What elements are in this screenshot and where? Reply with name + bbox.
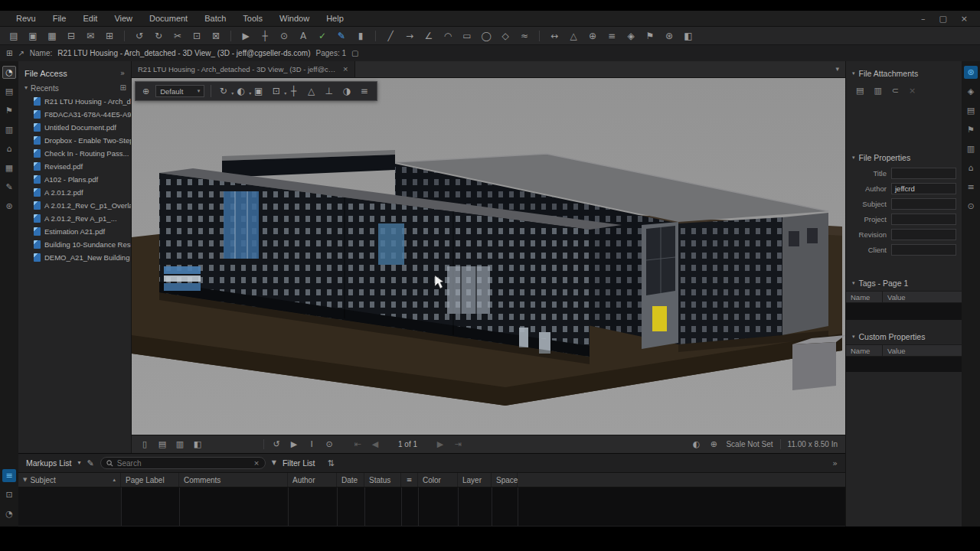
last-page-icon[interactable]: ⇥: [452, 440, 463, 448]
recent-file-item[interactable]: Untitled Document.pdf: [18, 121, 131, 134]
recent-file-item[interactable]: Building 10-Sundance Reso...: [18, 238, 131, 251]
menu-file[interactable]: File: [44, 11, 75, 26]
highlighter-icon[interactable]: ▮: [354, 31, 367, 41]
layers-icon[interactable]: ▥: [964, 142, 978, 155]
revision-field[interactable]: [891, 229, 956, 240]
menu-edit[interactable]: Edit: [74, 11, 106, 26]
project-field[interactable]: [891, 214, 956, 225]
recent-file-item[interactable]: A 2.01.2_Rev C_p1_Overlay ...: [18, 199, 131, 212]
column-header-options[interactable]: ≡: [401, 473, 418, 487]
save-file-icon[interactable]: ▦: [46, 31, 58, 41]
snapshot-icon[interactable]: ⊡: [191, 31, 203, 41]
clear-search-icon[interactable]: ×: [253, 460, 260, 467]
search-input[interactable]: [117, 459, 250, 468]
polygon-tool-icon[interactable]: ◇: [499, 31, 511, 41]
single-page-view-icon[interactable]: ▯: [139, 440, 150, 448]
recent-file-item[interactable]: A 2.01.2.pdf: [18, 186, 131, 199]
recents-grid-icon[interactable]: ⊞: [120, 84, 126, 92]
menu-view[interactable]: View: [106, 11, 141, 26]
search-icon[interactable]: ⊙: [964, 200, 978, 213]
column-header-page-label[interactable]: Page Label: [121, 473, 179, 487]
stamp-icon[interactable]: ◈: [625, 31, 637, 41]
spaces-icon[interactable]: ⌂: [2, 142, 16, 155]
title-field[interactable]: [891, 168, 956, 179]
column-header-color[interactable]: Color: [418, 473, 458, 487]
minimize-icon[interactable]: –: [921, 15, 926, 23]
pdf-3d-viewport[interactable]: ⊕ Default ▾ ↻ ◐ ▣ ⊡ ┼ △ ⊥ ◑ ≡: [132, 78, 845, 435]
file-attachments-header[interactable]: ▾ File Attachments: [846, 66, 962, 81]
cut-icon[interactable]: ✂: [172, 31, 184, 41]
custom-name-column[interactable]: Name: [846, 345, 883, 356]
markups-table-body[interactable]: [18, 487, 845, 526]
checkmark-icon[interactable]: ✓: [316, 31, 328, 41]
attachments-icon[interactable]: ◈: [964, 85, 978, 98]
side-by-side-view-icon[interactable]: ▥: [175, 440, 185, 448]
ellipse-tool-icon[interactable]: ◯: [480, 31, 492, 41]
markups-icon[interactable]: ≡: [964, 181, 978, 194]
menu-batch[interactable]: Batch: [196, 11, 234, 26]
3d-model-canvas[interactable]: [132, 78, 845, 435]
measure-3d-icon[interactable]: △: [305, 86, 317, 96]
rectangle-tool-icon[interactable]: ▭: [461, 31, 473, 41]
camera-icon[interactable]: ⊡: [270, 86, 282, 96]
restore-icon[interactable]: ▢: [939, 15, 946, 23]
collapse-panel-icon[interactable]: »: [832, 459, 838, 468]
filter-icon[interactable]: ▼: [272, 460, 276, 466]
arc-tool-icon[interactable]: ◠: [442, 31, 454, 41]
undo-icon[interactable]: ↺: [133, 31, 145, 41]
menu-revu[interactable]: Revu: [8, 11, 44, 26]
bookmarks-icon[interactable]: ⚑: [964, 123, 978, 136]
measure-length-icon[interactable]: ↔: [548, 31, 560, 41]
lighting-icon[interactable]: ◑: [341, 86, 352, 96]
new-tab-icon[interactable]: ⊞: [6, 50, 12, 57]
column-header-author[interactable]: Author: [288, 473, 337, 487]
split-view-icon[interactable]: ◧: [682, 31, 694, 41]
target-icon[interactable]: ⊕: [142, 87, 149, 96]
recent-file-item[interactable]: A102 - Plans.pdf: [18, 173, 131, 186]
arrow-tool-icon[interactable]: →: [403, 31, 416, 41]
panels-toggle-icon[interactable]: ▤: [8, 31, 20, 41]
subject-field[interactable]: [891, 198, 956, 210]
bookmarks-icon[interactable]: ⚑: [2, 104, 16, 117]
recent-file-item[interactable]: DEMO_A21_New Building S...: [18, 251, 131, 264]
file-access-icon[interactable]: ◔: [2, 66, 16, 79]
custom-properties-header[interactable]: ▾ Custom Properties: [846, 329, 962, 344]
client-field[interactable]: [891, 244, 956, 256]
collapse-caret-icon[interactable]: ▾: [24, 85, 28, 91]
recent-file-item[interactable]: F8DACA31-678A-44E5-A9B...: [18, 108, 131, 121]
sort-icon[interactable]: ⇅: [328, 459, 335, 468]
thumbnails-icon[interactable]: ▤: [2, 85, 16, 98]
rotate-view-icon[interactable]: ↺: [271, 440, 282, 448]
continuous-view-icon[interactable]: ▤: [157, 440, 168, 448]
select-icon[interactable]: ▶: [240, 31, 252, 41]
text-select-icon[interactable]: I: [306, 440, 317, 448]
pan-icon[interactable]: ┼: [259, 31, 271, 41]
captures-icon[interactable]: ⊡: [2, 488, 16, 501]
cloud-tool-icon[interactable]: ≈: [518, 31, 531, 41]
column-header-layer[interactable]: Layer: [458, 473, 492, 487]
render-quality-icon[interactable]: ◐: [691, 440, 701, 448]
view-preset-dropdown[interactable]: Default ▾: [155, 85, 204, 97]
previous-page-icon[interactable]: ◀: [370, 440, 381, 448]
flag-icon[interactable]: ⚑: [644, 31, 656, 41]
column-header-space[interactable]: Space: [492, 473, 518, 487]
tags-table-body[interactable]: [846, 303, 962, 320]
detach-icon[interactable]: ↗: [18, 50, 24, 57]
recent-file-item[interactable]: R21 LTU Housing - Arch_de...: [18, 95, 131, 108]
pen-icon[interactable]: ✎: [335, 31, 348, 41]
forms-icon[interactable]: ▦: [2, 161, 16, 174]
column-header-date[interactable]: Date: [337, 473, 364, 487]
recent-file-item[interactable]: Check In - Routing Pass...: [18, 147, 131, 160]
close-icon[interactable]: ×: [961, 15, 968, 23]
spaces-icon[interactable]: ⌂: [964, 161, 978, 174]
recent-file-item[interactable]: A 2.01.2_Rev A_p1_...: [18, 212, 131, 225]
scale-indicator[interactable]: Scale Not Set: [726, 440, 773, 448]
tab-close-icon[interactable]: ×: [342, 66, 348, 73]
paperclip-icon[interactable]: ⊂: [892, 86, 899, 95]
links-icon[interactable]: ⊛: [2, 200, 16, 213]
tab-overflow-icon[interactable]: ▾: [835, 61, 839, 77]
tags-header[interactable]: ▾ Tags - Page 1: [846, 276, 962, 291]
open-file-icon[interactable]: ▣: [27, 31, 39, 41]
paste-icon[interactable]: ⊠: [210, 31, 222, 41]
layers-icon[interactable]: ▥: [2, 123, 16, 136]
